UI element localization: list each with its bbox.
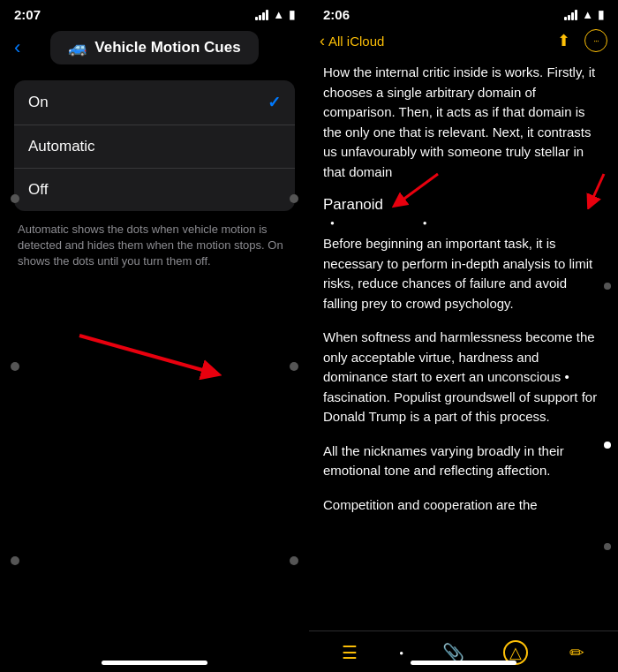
share-icon[interactable]: ⬆ [557,31,570,50]
left-nav-bar: ‹ 🚙 Vehicle Motion Cues [0,26,309,73]
left-panel: 2:07 ▲ ▮ ‹ 🚙 Vehicle Motion Cues On ✓ Au… [0,0,309,672]
right-back-label: All iCloud [328,34,384,49]
option-off-label: Off [28,181,48,199]
right-bottom-toolbar: ☰ ● 📎 △ ✏ [309,630,618,672]
wifi-icon: ▲ [273,8,284,21]
paragraph-2: Before beginning an important task, it i… [323,234,604,313]
right-status-bar: 2:06 ▲ ▮ [309,0,618,26]
motion-dot-left-bot [11,556,19,565]
right-content: How the internal critic inside is works.… [309,59,618,630]
car-icon: 🚙 [68,38,87,57]
motion-dot-left-top [11,194,19,203]
right-signal-icon [564,10,577,20]
paragraph-1: How the internal critic inside is works.… [323,63,604,182]
paragraph-5: Competition and cooperation are the [323,495,604,516]
paranoid-section: Paranoid [323,196,604,227]
motion-dot-right-mid [290,362,298,371]
red-arrow-left [71,327,230,380]
option-on-label: On [28,94,49,111]
bullet-dot-2: ● [423,219,427,227]
left-nav-title: Vehicle Motion Cues [94,39,240,57]
motion-dot-right-top [290,194,298,203]
left-status-bar: 2:07 ▲ ▮ [0,0,309,26]
toolbar-edit-icon[interactable]: ✏ [560,642,595,663]
right-battery-icon: ▮ [598,8,604,21]
red-arrow-paranoid [385,170,447,209]
right-wifi-icon: ▲ [582,8,593,21]
left-nav-title-container: 🚙 Vehicle Motion Cues [50,31,258,64]
option-automatic[interactable]: Automatic [14,125,295,169]
paranoid-heading: Paranoid [323,196,604,214]
right-status-icons: ▲ ▮ [564,8,604,21]
left-time: 2:07 [14,7,41,22]
toolbar-list-icon[interactable]: ☰ [332,642,367,663]
description-text: Automatic shows the dots when vehicle mo… [18,222,291,270]
svg-line-1 [79,336,212,373]
right-back-chevron: ‹ [320,32,325,50]
home-indicator-right [411,661,516,665]
red-arrow-top-right [569,170,613,209]
option-off[interactable]: Off [14,169,295,211]
motion-dot-right-bot [290,556,298,565]
left-back-button[interactable]: ‹ [14,36,20,59]
home-indicator-left [102,661,207,665]
bullet-dots-row: ● ● [323,219,604,227]
more-icon[interactable]: ··· [584,29,607,52]
right-panel: 2:06 ▲ ▮ ‹ All iCloud ⬆ ··· How the inte… [309,0,618,672]
bullet-dot-1: ● [330,219,335,227]
signal-icon [255,10,268,20]
right-nav-bar: ‹ All iCloud ⬆ ··· [309,26,618,59]
right-back-button[interactable]: ‹ All iCloud [320,32,384,50]
options-list: On ✓ Automatic Off [14,80,295,211]
right-dot-1 [604,283,611,290]
paranoid-label: Paranoid [323,196,383,214]
svg-line-5 [591,174,604,203]
option-on[interactable]: On ✓ [14,80,295,125]
left-status-icons: ▲ ▮ [255,8,295,21]
on-checkmark: ✓ [268,93,281,112]
option-automatic-label: Automatic [28,138,95,155]
paragraph-3: When softness and harmlessness become th… [323,328,604,427]
right-dot-3 [604,543,611,550]
toolbar-separator-dot: ● [399,649,403,657]
battery-icon: ▮ [289,8,295,21]
svg-line-3 [398,174,438,203]
right-dot-2 [604,442,611,449]
right-nav-actions: ⬆ ··· [557,29,607,52]
motion-dot-left-mid [11,362,19,371]
right-time: 2:06 [323,7,350,22]
paragraph-4: All the nicknames varying broadly in the… [323,442,604,481]
